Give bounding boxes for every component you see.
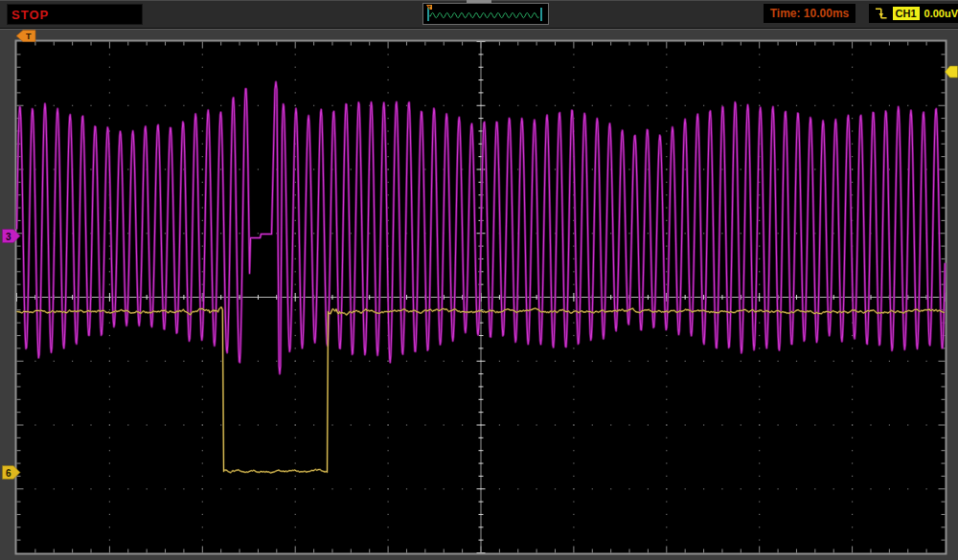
top-status-bar: STOP T Time: 10.00ms CH1 0.00uV: [0, 0, 958, 29]
svg-text:T: T: [428, 5, 431, 11]
timebase-readout: Time: 10.00ms: [764, 4, 855, 23]
waveform-preview-strip[interactable]: T: [422, 3, 549, 25]
trigger-level-arrow[interactable]: [945, 65, 958, 82]
falling-edge-trigger-icon: [875, 6, 888, 21]
channel6-zero-marker[interactable]: 6: [2, 465, 21, 483]
preview-waveform: T: [423, 4, 546, 22]
trigger-level-value: 0.00uV: [924, 8, 958, 19]
channel3-zero-marker[interactable]: 3: [2, 229, 21, 247]
topbar-separator: [0, 29, 958, 30]
trigger-time-marker[interactable]: T: [16, 29, 36, 46]
trigger-time-marker-label: T: [26, 32, 32, 41]
timebase-label: Time: 10.00ms: [770, 7, 850, 20]
acquisition-status-label: STOP: [8, 8, 49, 22]
acquisition-status-box[interactable]: STOP: [7, 4, 143, 25]
channel3-marker-label: 3: [6, 232, 11, 242]
trigger-channel-chip[interactable]: CH1: [893, 7, 920, 20]
trigger-readout: CH1 0.00uV: [869, 4, 958, 23]
channel6-marker-label: 6: [6, 468, 11, 479]
scope-display: [14, 39, 947, 555]
oscilloscope-app: STOP T Time: 10.00ms CH1 0.00uV T 3: [0, 0, 958, 560]
